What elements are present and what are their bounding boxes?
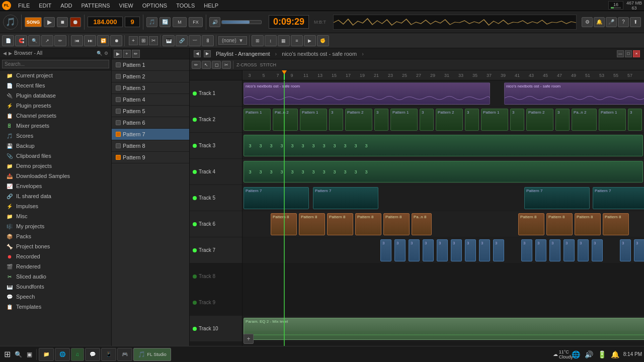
pat8-clip-6i[interactable]: Pattern 8 (575, 213, 601, 235)
menu-add[interactable]: ADD (58, 2, 74, 10)
track-row-6[interactable]: Pattern 8 Pattern 8 Pattern 8 Pattern 8 (243, 211, 644, 237)
sidebar-item-recent-files[interactable]: 📄 Recent files (0, 80, 111, 90)
wave-btn[interactable]: 〰 (189, 35, 201, 46)
tracks-scroll-area[interactable]: nico's nextbots ost - safe room nico's n… (243, 80, 644, 346)
browser-search-btn[interactable]: 🔍 (97, 51, 102, 56)
pat-clip-2-7[interactable]: Pattern 1 (390, 109, 418, 131)
sidebar-item-sliced-audio[interactable]: ✂ Sliced audio (0, 272, 111, 282)
sidebar-item-current-project[interactable]: 📁 Current project (0, 70, 111, 80)
pattern-item-6[interactable]: Pattern 6 (112, 117, 189, 129)
select-btn[interactable]: ↗ (41, 35, 53, 46)
pat7-clip-5d[interactable]: Pattern 7 (593, 187, 644, 209)
blue-clip-7a[interactable]: 3 (380, 239, 391, 261)
taskbar-spotify[interactable]: ♫ (71, 348, 84, 361)
pat-clip-2-9[interactable]: Pattern 2 (436, 109, 463, 131)
pattern-item-1[interactable]: Pattern 1 (112, 59, 189, 71)
draw-btn[interactable]: ✏ (54, 35, 66, 46)
metronome-btn[interactable]: 🎵 (146, 17, 157, 27)
pattern-item-9[interactable]: Pattern 9 (112, 152, 189, 163)
track-row-3[interactable]: 3 3 3 3 3 3 3 3 3 3 3 3 (243, 133, 644, 159)
step-display[interactable]: 9 (125, 17, 140, 27)
pat-clip-2-1[interactable]: Pattern 1 (244, 109, 271, 131)
pat8-clip-6d[interactable]: Pattern 8 (355, 213, 381, 235)
sidebar-item-downloaded-samples[interactable]: 📥 Downloaded Samples (0, 171, 111, 181)
playlist-select-btn[interactable]: ↖ (202, 61, 211, 69)
loop-btn[interactable]: 🔄 (159, 17, 171, 27)
pat8-clip-6g[interactable]: Pattern 8 (518, 213, 544, 235)
mixer-btn[interactable]: M (173, 17, 187, 27)
pat-clip-2-2[interactable]: Pat..n 2 (273, 109, 298, 131)
menu-help[interactable]: HELP (202, 2, 220, 10)
blue-clip-7o[interactable]: 3 (592, 239, 603, 261)
sidebar-item-my-projects[interactable]: 🎼 My projects (0, 221, 111, 231)
playlist-stitch-btn[interactable]: ⊞ (139, 36, 148, 45)
pat-clip-2-15[interactable]: Pa..n 2 (572, 109, 597, 131)
blue-clip-7b[interactable]: 3 (394, 239, 406, 261)
track-row-4[interactable]: 3 3 3 3 3 3 3 3 3 3 3 3 (243, 159, 644, 185)
sidebar-item-channel-presets[interactable]: 📋 Channel presets (0, 111, 111, 121)
grid-btn[interactable]: ⊞ (252, 35, 264, 46)
playlist-cut-btn[interactable]: ✂ (222, 61, 231, 69)
punch-btn[interactable]: ✊ (317, 35, 329, 46)
loop-tool-btn[interactable]: 🔁 (97, 35, 109, 46)
browser-options-btn[interactable]: ⚙ (104, 51, 108, 56)
sidebar-item-backup[interactable]: 💾 Backup (0, 141, 111, 151)
menu-edit[interactable]: EDIT (37, 2, 53, 10)
pat-clip-2-6[interactable]: 3 (374, 109, 388, 131)
plugin-btn[interactable]: ⚙ (582, 17, 593, 27)
help-btn[interactable]: ? (618, 17, 629, 27)
playlist-clip-btn[interactable]: ✂ (149, 36, 158, 45)
playlist-min-btn[interactable]: — (617, 50, 624, 57)
playlist-max-btn[interactable]: □ (625, 50, 632, 57)
pat-clip-2-5[interactable]: Pattern 2 (345, 109, 372, 131)
track-row-5[interactable]: Pattern 7 Pattern 7 Pattern 7 Pattern 7 (243, 185, 644, 211)
pat-clip-2-10[interactable]: 3 (465, 109, 479, 131)
pat8-clip-6e[interactable]: Pattern 8 (383, 213, 410, 235)
pat8-clip-6h[interactable]: Pattern 8 (546, 213, 573, 235)
sidebar-item-clipboard[interactable]: 📎 Clipboard files (0, 151, 111, 161)
blue-clip-7k[interactable]: 3 (535, 239, 546, 261)
track-4-clips[interactable]: 3 3 3 3 3 3 3 3 3 3 3 3 (244, 161, 643, 183)
pat8-clip-6c[interactable]: Pattern 8 (327, 213, 353, 235)
play-btn[interactable]: ▶ (44, 17, 55, 27)
pattern-add-btn[interactable]: + (123, 50, 131, 58)
start-btn[interactable]: ⊞ (2, 349, 12, 359)
track-row-11[interactable] (243, 342, 644, 346)
blue-clip-7l[interactable]: 3 (549, 239, 560, 261)
sidebar-item-impulses[interactable]: ⚡ Impulses (0, 201, 111, 211)
taskbar-explorer[interactable]: 📁 (39, 348, 54, 361)
playlist-close-btn[interactable]: × (633, 50, 640, 57)
sidebar-item-plugin-presets[interactable]: ⚡ Plugin presets (0, 101, 111, 111)
blue-clip-7f[interactable]: 3 (451, 239, 462, 261)
pattern-play-btn[interactable]: ▶ (114, 50, 122, 58)
track-row-10[interactable]: Param. EQ 2 - Mix level (243, 316, 644, 342)
add-track-btn[interactable]: + (244, 334, 254, 344)
search-taskbar-btn[interactable]: 🔍 (13, 349, 23, 359)
pat-clip-2-4[interactable]: 3 (329, 109, 343, 131)
pat-clip-2-12[interactable]: 3 (510, 109, 524, 131)
blue-clip-7g[interactable]: 3 (465, 239, 476, 261)
sidebar-item-packs[interactable]: 📦 Packs (0, 231, 111, 241)
grid2-btn[interactable]: ▦ (278, 35, 290, 46)
pattern-item-2[interactable]: Pattern 2 (112, 71, 189, 82)
tray-battery[interactable]: 🔋 (597, 349, 607, 359)
sidebar-item-mixer-presets[interactable]: 🎚 Mixer presets (0, 121, 111, 131)
sidebar-item-misc[interactable]: 📁 Misc (0, 211, 111, 221)
song-mode-btn[interactable]: SONG (25, 17, 42, 27)
menu-options[interactable]: OPTIONS (140, 2, 170, 10)
blue-clip-7d[interactable]: 3 (423, 239, 434, 261)
piano-btn[interactable]: 🎹 (163, 35, 175, 46)
browser-search-input[interactable] (2, 60, 109, 68)
pat-clip-2-17[interactable]: 3 (628, 109, 642, 131)
rec-tool-btn[interactable]: ⏺ (110, 35, 122, 46)
prev-btn[interactable]: ⏮ (71, 35, 83, 46)
pat7-clip-5a[interactable]: Pattern 7 (244, 187, 309, 209)
pattern-item-3[interactable]: Pattern 3 (112, 82, 189, 94)
tray-notification[interactable]: 🔔 (610, 349, 620, 359)
tray-network[interactable]: 🌐 (571, 349, 581, 359)
param-clip-10[interactable]: Param. EQ 2 - Mix level (244, 318, 644, 340)
record-btn[interactable]: ⏺ (70, 17, 81, 27)
snap-btn[interactable]: 🧲 (15, 35, 27, 46)
pat8-clip-6j[interactable]: Pattern 8 (603, 213, 629, 235)
pat8-clip-6a[interactable]: Pattern 8 (271, 213, 297, 235)
